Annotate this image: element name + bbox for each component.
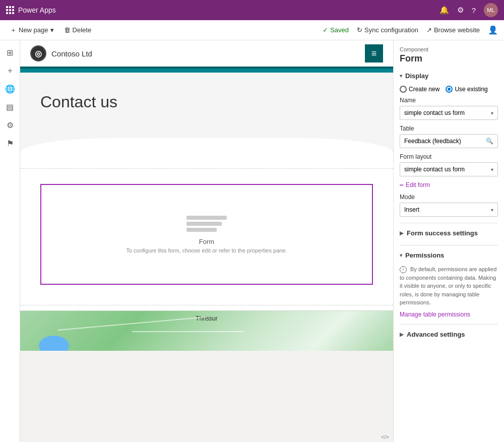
form-placeholder-label: Form bbox=[199, 238, 214, 245]
form-layout-value: simple contact us form bbox=[404, 166, 465, 173]
delete-label: Delete bbox=[73, 26, 92, 34]
canvas-inner: ◎ Contoso Ltd ≡ Contact us bbox=[20, 40, 393, 351]
table-field: Table Feedback (feedback) 🔍 bbox=[400, 125, 498, 148]
form-success-section: ▶ Form success settings bbox=[400, 227, 498, 239]
radio-circle-create bbox=[400, 86, 407, 93]
chevron-down-permissions: ▾ bbox=[400, 252, 402, 258]
topbar: Power Apps 🔔 ⚙ ? ML bbox=[0, 0, 504, 20]
mode-field: Mode Insert ▾ bbox=[400, 194, 498, 217]
avatar[interactable]: ML bbox=[484, 3, 498, 17]
display-label: Display bbox=[405, 72, 428, 80]
sync-icon: ↻ bbox=[357, 26, 362, 34]
map-road-1 bbox=[57, 317, 206, 331]
line-1 bbox=[186, 216, 227, 220]
table-value: Feedback (feedback) bbox=[404, 138, 461, 145]
radio-group-create-use: Create new Use existing bbox=[400, 86, 498, 93]
table-search[interactable]: Feedback (feedback) 🔍 bbox=[400, 134, 498, 148]
name-field: Name simple contact us form ▾ bbox=[400, 97, 498, 120]
main-layout: ⊞ ＋ 🌐 ▤ ⚙ ⚑ ◎ Contoso Ltd ≡ bbox=[0, 40, 504, 442]
edit-form-link[interactable]: ✏ Edit form bbox=[400, 181, 498, 188]
help-icon[interactable]: ? bbox=[472, 6, 476, 15]
map-city-label: Thrissur bbox=[196, 315, 217, 322]
form-success-label: Form success settings bbox=[407, 229, 478, 237]
mode-select[interactable]: Insert ▾ bbox=[400, 203, 498, 217]
delete-button[interactable]: 🗑 Delete bbox=[60, 24, 96, 36]
component-title: Form bbox=[400, 53, 498, 64]
hero-section: Contact us bbox=[20, 73, 393, 153]
map-background: Thrissur bbox=[20, 311, 393, 351]
notification-icon[interactable]: 🔔 bbox=[439, 6, 449, 15]
chevron-down-mode: ▾ bbox=[491, 207, 493, 213]
form-component-box[interactable]: Form To configure this form, choose edit… bbox=[40, 184, 373, 285]
site-header: ◎ Contoso Ltd ≡ bbox=[20, 40, 393, 69]
table-label: Table bbox=[400, 125, 498, 132]
map-water-1 bbox=[39, 336, 69, 351]
form-layout-select[interactable]: simple contact us form ▾ bbox=[400, 162, 498, 176]
info-icon: i bbox=[400, 266, 407, 273]
name-value: simple contact us form bbox=[404, 109, 465, 116]
sidebar-icon-table[interactable]: ▤ bbox=[2, 99, 18, 115]
topbar-right: 🔔 ⚙ ? ML bbox=[439, 3, 498, 17]
company-name: Contoso Ltd bbox=[51, 49, 92, 58]
advanced-label: Advanced settings bbox=[407, 331, 465, 338]
radio-create-new[interactable]: Create new bbox=[400, 86, 439, 93]
form-section: Form To configure this form, choose edit… bbox=[20, 174, 393, 295]
settings-icon[interactable]: ⚙ bbox=[457, 6, 464, 15]
external-link-icon: ↗ bbox=[426, 26, 432, 34]
radio-circle-existing bbox=[446, 86, 453, 93]
name-label: Name bbox=[400, 97, 498, 104]
line-3 bbox=[186, 228, 217, 232]
permissions-header[interactable]: ▾ Permissions bbox=[400, 249, 498, 261]
teal-divider bbox=[20, 69, 393, 73]
actionbar-left: ＋ New page ▾ 🗑 Delete bbox=[6, 24, 95, 37]
app-logo bbox=[6, 6, 14, 14]
sidebar-icon-settings[interactable]: ⚙ bbox=[2, 117, 18, 133]
actionbar-right: ✓ Saved ↻ Sync configuration ↗ Browse we… bbox=[323, 25, 498, 35]
person-icon[interactable]: 👤 bbox=[488, 25, 498, 35]
permissions-section: ▾ Permissions i By default, permissions … bbox=[400, 249, 498, 318]
site-logo: ◎ Contoso Ltd bbox=[30, 45, 92, 61]
chevron-right-success: ▶ bbox=[400, 230, 404, 236]
form-success-header[interactable]: ▶ Form success settings bbox=[400, 227, 498, 239]
form-layout-label: Form layout bbox=[400, 153, 498, 160]
new-page-button[interactable]: ＋ New page ▾ bbox=[6, 24, 58, 37]
display-section: ▾ Display Create new Use existing Name s… bbox=[400, 70, 498, 217]
sidebar-icon-add[interactable]: ＋ bbox=[2, 62, 18, 79]
component-label: Component bbox=[400, 46, 498, 52]
form-layout-field: Form layout simple contact us form ▾ bbox=[400, 153, 498, 176]
advanced-header[interactable]: ▶ Advanced settings bbox=[400, 329, 498, 340]
code-icon[interactable]: </> bbox=[381, 434, 389, 440]
manage-permissions-link[interactable]: Manage table permissions bbox=[400, 311, 498, 318]
form-placeholder-hint: To configure this form, choose edit or r… bbox=[126, 247, 287, 254]
hamburger-menu-button[interactable]: ≡ bbox=[365, 44, 383, 62]
display-section-header[interactable]: ▾ Display bbox=[400, 70, 498, 82]
advanced-section: ▶ Advanced settings bbox=[400, 329, 498, 340]
topbar-left: Power Apps bbox=[6, 6, 56, 14]
sidebar-icon-pages[interactable]: ⊞ bbox=[2, 44, 18, 60]
mode-value: Insert bbox=[404, 206, 419, 213]
gap-4 bbox=[20, 305, 393, 310]
logo-circle: ◎ bbox=[30, 45, 46, 61]
website-preview: ◎ Contoso Ltd ≡ Contact us bbox=[20, 40, 393, 351]
radio-use-existing[interactable]: Use existing bbox=[446, 86, 487, 93]
new-page-label: New page bbox=[19, 26, 48, 34]
sidebar-icon-flag[interactable]: ⚑ bbox=[2, 135, 18, 151]
saved-status: ✓ Saved bbox=[323, 26, 349, 34]
map-road-2 bbox=[132, 331, 244, 332]
browse-website-button[interactable]: ↗ Browse website bbox=[426, 26, 480, 34]
panel-divider-2 bbox=[400, 245, 498, 245]
grid-icon bbox=[6, 6, 14, 14]
name-select[interactable]: simple contact us form ▾ bbox=[400, 106, 498, 120]
gap-2 bbox=[20, 169, 393, 174]
line-2 bbox=[186, 222, 222, 226]
sync-config-button[interactable]: ↻ Sync configuration bbox=[357, 26, 418, 34]
chevron-right-advanced: ▶ bbox=[400, 332, 404, 337]
chevron-down-icon: ▾ bbox=[50, 26, 54, 34]
permissions-label: Permissions bbox=[405, 251, 444, 259]
sidebar-icon-globe[interactable]: 🌐 bbox=[2, 81, 18, 97]
gap-3 bbox=[20, 295, 393, 305]
hero-title: Contact us bbox=[40, 93, 373, 111]
app-title: Power Apps bbox=[18, 6, 56, 14]
panel-divider-1 bbox=[400, 223, 498, 223]
form-placeholder-icon bbox=[186, 216, 227, 232]
